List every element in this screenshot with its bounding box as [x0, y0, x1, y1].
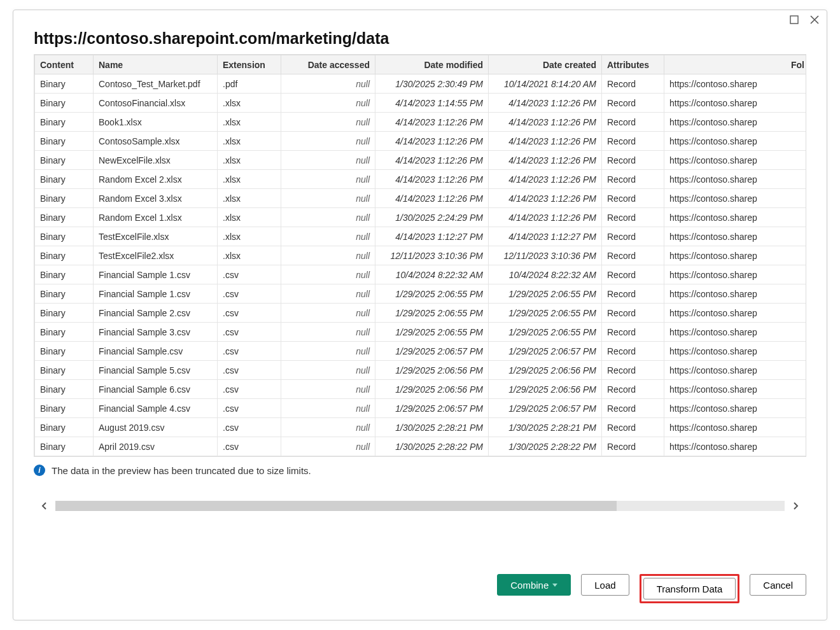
- table-row[interactable]: BinaryRandom Excel 2.xlsx.xlsxnull4/14/2…: [35, 170, 807, 189]
- cell-created: 1/29/2025 2:06:55 PM: [489, 304, 602, 323]
- table-row[interactable]: BinaryApril 2019.csv.csvnull1/30/2025 2:…: [35, 437, 807, 456]
- table-row[interactable]: BinaryTestExcelFile2.xlsx.xlsxnull12/11/…: [35, 246, 807, 265]
- scroll-right-icon[interactable]: [785, 500, 806, 512]
- cell-name: NewExcelFile.xlsx: [94, 151, 218, 170]
- info-icon: i: [34, 465, 45, 476]
- cell-attr: Record: [602, 208, 664, 227]
- table-row[interactable]: BinaryContoso_Test_Market.pdf.pdfnull1/3…: [35, 74, 807, 94]
- table-row[interactable]: BinaryFinancial Sample 2.csv.csvnull1/29…: [35, 304, 807, 323]
- cell-created: 1/29/2025 2:06:55 PM: [489, 323, 602, 342]
- cell-created: 4/14/2023 1:12:26 PM: [489, 170, 602, 189]
- dialog-header: https://contoso.sharepoint.com/marketing…: [13, 25, 827, 54]
- table-row[interactable]: BinaryRandom Excel 1.xlsx.xlsxnull1/30/2…: [35, 208, 807, 227]
- cell-created: 4/14/2023 1:12:26 PM: [489, 94, 602, 113]
- cell-content: Binary: [35, 399, 94, 418]
- cell-modified: 1/30/2025 2:28:22 PM: [375, 437, 489, 456]
- cell-accessed: null: [281, 151, 375, 170]
- cell-folder: https://contoso.sharep: [664, 265, 807, 284]
- cell-name: Financial Sample 1.csv: [94, 284, 218, 304]
- col-header-created[interactable]: Date created: [489, 55, 602, 74]
- cell-folder: https://contoso.sharep: [664, 304, 807, 323]
- cell-attr: Record: [602, 437, 664, 456]
- cell-name: Financial Sample 1.csv: [94, 265, 218, 284]
- cancel-button[interactable]: Cancel: [750, 574, 806, 596]
- cell-accessed: null: [281, 132, 375, 151]
- cell-content: Binary: [35, 418, 94, 437]
- combine-button-label: Combine: [510, 580, 549, 591]
- cell-ext: .xlsx: [218, 170, 281, 189]
- highlight-annotation: Transform Data: [640, 574, 740, 603]
- cell-ext: .csv: [218, 304, 281, 323]
- maximize-icon[interactable]: [788, 14, 800, 25]
- table-row[interactable]: BinaryBook1.xlsx.xlsxnull4/14/2023 1:12:…: [35, 113, 807, 132]
- col-header-modified[interactable]: Date modified: [375, 55, 489, 74]
- col-header-attributes[interactable]: Attributes: [602, 55, 664, 74]
- cell-attr: Record: [602, 74, 664, 94]
- scrollbar-track[interactable]: [55, 501, 785, 511]
- cell-created: 10/14/2021 8:14:20 AM: [489, 74, 602, 94]
- table-row[interactable]: BinaryFinancial Sample 6.csv.csvnull1/29…: [35, 380, 807, 399]
- col-header-extension[interactable]: Extension: [218, 55, 281, 74]
- cell-attr: Record: [602, 189, 664, 208]
- cell-content: Binary: [35, 284, 94, 304]
- table-row[interactable]: BinaryContosoFinancial.xlsx.xlsxnull4/14…: [35, 94, 807, 113]
- col-header-accessed[interactable]: Date accessed: [281, 55, 375, 74]
- cell-folder: https://contoso.sharep: [664, 151, 807, 170]
- cell-name: Financial Sample 5.csv: [94, 361, 218, 380]
- cell-ext: .xlsx: [218, 227, 281, 246]
- cell-folder: https://contoso.sharep: [664, 113, 807, 132]
- load-button-label: Load: [594, 580, 615, 591]
- cell-modified: 1/29/2025 2:06:57 PM: [375, 399, 489, 418]
- cell-content: Binary: [35, 227, 94, 246]
- cell-attr: Record: [602, 94, 664, 113]
- cell-folder: https://contoso.sharep: [664, 132, 807, 151]
- table-row[interactable]: BinaryAugust 2019.csv.csvnull1/30/2025 2…: [35, 418, 807, 437]
- cell-content: Binary: [35, 304, 94, 323]
- horizontal-scrollbar[interactable]: [34, 499, 806, 513]
- table-row[interactable]: BinaryContosoSample.xlsx.xlsxnull4/14/20…: [35, 132, 807, 151]
- table-row[interactable]: BinaryRandom Excel 3.xlsx.xlsxnull4/14/2…: [35, 189, 807, 208]
- chevron-down-icon: [552, 584, 557, 587]
- scroll-left-icon[interactable]: [34, 500, 55, 512]
- table-row[interactable]: BinaryTestExcelFile.xlsx.xlsxnull4/14/20…: [35, 227, 807, 246]
- cell-created: 4/14/2023 1:12:26 PM: [489, 113, 602, 132]
- cell-created: 1/29/2025 2:06:57 PM: [489, 342, 602, 361]
- load-button[interactable]: Load: [581, 574, 629, 596]
- cell-modified: 1/29/2025 2:06:56 PM: [375, 361, 489, 380]
- cell-attr: Record: [602, 265, 664, 284]
- table-row[interactable]: BinaryFinancial Sample 1.csv.csvnull10/4…: [35, 265, 807, 284]
- cell-attr: Record: [602, 361, 664, 380]
- col-header-content[interactable]: Content: [35, 55, 94, 74]
- window-titlebar: [13, 10, 827, 25]
- cell-accessed: null: [281, 246, 375, 265]
- transform-data-button[interactable]: Transform Data: [643, 578, 736, 599]
- cell-modified: 4/14/2023 1:12:26 PM: [375, 113, 489, 132]
- table-row[interactable]: BinaryFinancial Sample 3.csv.csvnull1/29…: [35, 323, 807, 342]
- cell-accessed: null: [281, 380, 375, 399]
- table-row[interactable]: BinaryNewExcelFile.xlsx.xlsxnull4/14/202…: [35, 151, 807, 170]
- cell-accessed: null: [281, 113, 375, 132]
- cell-ext: .csv: [218, 361, 281, 380]
- close-icon[interactable]: [809, 14, 820, 25]
- cell-attr: Record: [602, 170, 664, 189]
- table-row[interactable]: BinaryFinancial Sample.csv.csvnull1/29/2…: [35, 342, 807, 361]
- cell-ext: .pdf: [218, 74, 281, 94]
- combine-button[interactable]: Combine: [497, 574, 571, 596]
- cell-modified: 1/30/2025 2:24:29 PM: [375, 208, 489, 227]
- cell-content: Binary: [35, 132, 94, 151]
- col-header-folder[interactable]: Fol: [664, 55, 807, 74]
- table-row[interactable]: BinaryFinancial Sample 4.csv.csvnull1/29…: [35, 399, 807, 418]
- preview-table-container: Content Name Extension Date accessed Dat…: [34, 54, 806, 457]
- col-header-name[interactable]: Name: [94, 55, 218, 74]
- table-row[interactable]: BinaryFinancial Sample 1.csv.csvnull1/29…: [35, 284, 807, 304]
- cell-attr: Record: [602, 380, 664, 399]
- scrollbar-thumb[interactable]: [55, 501, 617, 511]
- cell-name: TestExcelFile.xlsx: [94, 227, 218, 246]
- cell-folder: https://contoso.sharep: [664, 94, 807, 113]
- cell-folder: https://contoso.sharep: [664, 380, 807, 399]
- table-row[interactable]: BinaryFinancial Sample 5.csv.csvnull1/29…: [35, 361, 807, 380]
- cell-ext: .csv: [218, 418, 281, 437]
- cell-attr: Record: [602, 132, 664, 151]
- cell-folder: https://contoso.sharep: [664, 246, 807, 265]
- navigator-dialog: https://contoso.sharepoint.com/marketing…: [13, 10, 827, 620]
